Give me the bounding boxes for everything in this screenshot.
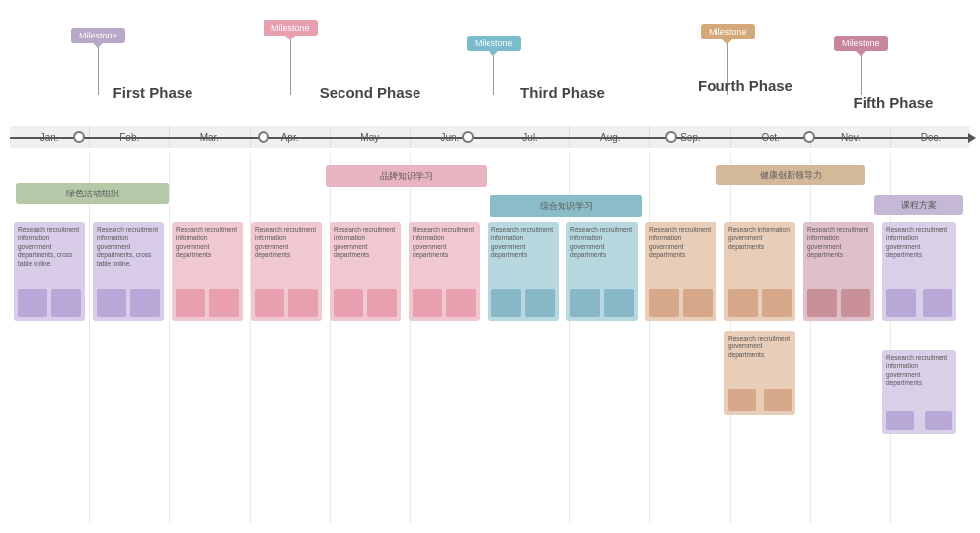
sq-pink-3 bbox=[255, 289, 284, 317]
sq-purple-1 bbox=[18, 289, 47, 317]
phase-title-4: Fourth Phase bbox=[651, 77, 839, 95]
sq-peach-5 bbox=[728, 389, 756, 411]
sq-purple-2 bbox=[51, 289, 81, 317]
hbar-green-label: 绿色活动组织 bbox=[66, 188, 119, 200]
sq-peach-2 bbox=[683, 289, 713, 317]
milestone-1-label: Milestone bbox=[71, 28, 125, 43]
sq-teal-4 bbox=[604, 289, 634, 317]
phase-title-5: Fifth Phase bbox=[819, 94, 967, 112]
sq-rose-1 bbox=[807, 289, 837, 317]
sq-lav-2 bbox=[923, 289, 952, 317]
milestone-5-stem bbox=[861, 51, 862, 95]
task-card-4: Research recruitment information governm… bbox=[251, 222, 322, 321]
hbar-peach: 健康创新领导力 bbox=[716, 165, 865, 185]
phase-title-1: First Phase bbox=[54, 84, 252, 102]
hbar-pink-label: 品牌知识学习 bbox=[380, 170, 433, 183]
col-may bbox=[331, 153, 411, 523]
phase-title-2: Second Phase bbox=[271, 84, 469, 102]
sq-peach-3 bbox=[728, 289, 758, 317]
task-card-6: Research recruitment information governm… bbox=[409, 222, 480, 321]
task-card-11: Research recruitment information governm… bbox=[803, 222, 874, 321]
col-sep bbox=[650, 153, 730, 523]
hbar-green: 绿色活动组织 bbox=[16, 183, 169, 204]
phase-dot-3 bbox=[462, 131, 474, 143]
sq-peach-1 bbox=[649, 289, 679, 317]
sq-lav-1 bbox=[886, 289, 916, 317]
milestone-5: Milestone bbox=[834, 36, 888, 95]
sq-pink-4 bbox=[288, 289, 318, 317]
phase-dot-2 bbox=[258, 131, 269, 143]
sq-peach-4 bbox=[762, 289, 792, 317]
hbar-lavender-label: 课程方案 bbox=[901, 199, 937, 212]
task-card-3: Research recruitment information governm… bbox=[172, 222, 243, 321]
col-jan bbox=[10, 153, 90, 523]
sq-teal-2 bbox=[525, 289, 555, 317]
phase-dot-5 bbox=[803, 131, 815, 143]
phase-title-3: Third Phase bbox=[464, 84, 661, 102]
sq-purple-3 bbox=[97, 289, 126, 317]
sq-lav-3 bbox=[886, 411, 914, 430]
phase-dot-4 bbox=[665, 131, 677, 143]
col-apr bbox=[251, 153, 331, 523]
task-card-1: Research recruitment information governm… bbox=[14, 222, 85, 321]
task-card-12: Research recruitment information governm… bbox=[882, 222, 956, 321]
hbar-teal-label: 综合知识学习 bbox=[540, 200, 593, 213]
sq-pink-7 bbox=[413, 289, 442, 317]
task-card-2: Research recruitment information governm… bbox=[93, 222, 164, 321]
hbar-lavender: 课程方案 bbox=[874, 195, 963, 215]
hbar-pink: 品牌知识学习 bbox=[326, 165, 487, 187]
task-card-12b: Research recruitment information governm… bbox=[882, 350, 956, 434]
phase-dot-1 bbox=[73, 131, 85, 143]
hbar-teal: 综合知识学习 bbox=[490, 195, 642, 217]
task-card-10: Research information government departme… bbox=[724, 222, 795, 321]
sq-purple-4 bbox=[130, 289, 160, 317]
sq-rose-2 bbox=[841, 289, 870, 317]
main-container: Milestone Milestone Milestone Milestone … bbox=[0, 0, 980, 533]
task-card-8: Research recruitment information governm… bbox=[566, 222, 638, 321]
sq-pink-5 bbox=[334, 289, 363, 317]
col-jun bbox=[411, 153, 490, 523]
sq-teal-3 bbox=[570, 289, 600, 317]
hbar-peach-label: 健康创新领导力 bbox=[760, 169, 822, 182]
sq-peach-6 bbox=[764, 389, 792, 411]
task-card-10b: Research recruitment government departme… bbox=[724, 331, 795, 415]
sq-pink-8 bbox=[446, 289, 476, 317]
milestone-5-label: Milestone bbox=[834, 36, 888, 51]
timeline-line bbox=[10, 137, 970, 139]
task-card-5: Research recruitment information governm… bbox=[330, 222, 401, 321]
col-feb bbox=[90, 153, 170, 523]
sq-pink-6 bbox=[367, 289, 397, 317]
milestone-3-label: Milestone bbox=[467, 36, 521, 51]
task-card-7: Research recruitment information governm… bbox=[488, 222, 559, 321]
milestone-4-label: Milestone bbox=[701, 24, 755, 39]
sq-pink-2 bbox=[209, 289, 239, 317]
task-card-9: Research recruitment information governm… bbox=[645, 222, 716, 321]
sq-teal-1 bbox=[491, 289, 521, 317]
col-mar bbox=[170, 153, 250, 523]
sq-lav-4 bbox=[925, 411, 952, 430]
sq-pink-1 bbox=[176, 289, 205, 317]
milestone-2-label: Milestone bbox=[264, 20, 318, 36]
